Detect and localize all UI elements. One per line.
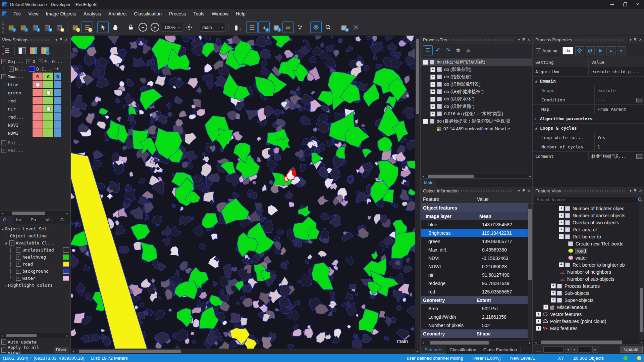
menu-view[interactable]: View <box>25 9 42 19</box>
step-end-button[interactable]: ▸ <box>592 346 598 353</box>
checkbox[interactable]: ✓ <box>1 140 6 145</box>
process-node[interactable]: + 0.016 do (优化1：“水域”类型) <box>421 110 532 118</box>
checkbox[interactable]: ✓ <box>9 240 14 245</box>
show-classification-icon[interactable]: ∞ <box>282 21 294 33</box>
delete-process-icon[interactable] <box>464 46 473 55</box>
select-cursor-icon[interactable] <box>97 21 109 33</box>
scroll-right-arrow[interactable]: ▸ <box>639 341 644 344</box>
open-project-icon[interactable]: ▥◼ <box>54 21 65 33</box>
expand-box-icon[interactable]: + <box>536 326 541 331</box>
zoom-area-icon[interactable] <box>322 21 334 33</box>
image-viewer[interactable]: ◂ ▸ main <box>71 36 420 354</box>
expand-box-icon[interactable]: + <box>559 262 564 267</box>
expand-box-icon[interactable]: + <box>430 67 435 72</box>
close-icon[interactable]: ✕ <box>639 189 642 193</box>
property-row-scope[interactable]: Scope execute <box>533 86 644 95</box>
class-row-road[interactable]: ✓ road <box>0 261 70 268</box>
group-row-algorithm-parameters[interactable]: ▷ Algorithm parameters <box>533 114 644 124</box>
range-min-input[interactable] <box>543 346 564 353</box>
class-color-swatch[interactable] <box>63 247 69 253</box>
tab-point[interactable]: Po... <box>28 216 43 224</box>
scroll-left-arrow[interactable]: ◂ <box>0 334 5 337</box>
feature-node[interactable]: + Process features <box>533 282 639 289</box>
tree-item[interactable]: Object outline <box>0 232 70 239</box>
edit-layer-mixing-icon[interactable]: ☰+✕ <box>2 46 12 56</box>
menu-classification[interactable]: Classification <box>130 9 165 19</box>
expand-box-icon[interactable]: + <box>430 111 435 117</box>
scroll-left-arrow[interactable]: ◂ <box>421 341 426 345</box>
pin-icon[interactable] <box>634 189 637 193</box>
viewer-vertical-scrollbar[interactable] <box>415 36 420 349</box>
toolbar-grip[interactable] <box>2 21 4 33</box>
expand-box-icon[interactable]: + <box>551 283 556 288</box>
feature-node[interactable]: + Sub-objects <box>533 289 639 297</box>
load-ruleset-icon[interactable]: ▤@ <box>69 21 81 33</box>
menu-file[interactable]: File <box>10 9 25 19</box>
feature-node[interactable]: + Rel. area of <box>533 226 639 233</box>
grayscale-view-icon[interactable] <box>17 46 27 56</box>
feature-node[interactable]: + Point features (point cloud) <box>533 318 639 325</box>
chevron-down-icon[interactable]: ▾ <box>630 38 632 42</box>
process-node[interactable]: + do (识别“水体”) <box>421 95 532 103</box>
pin-icon[interactable] <box>522 189 525 193</box>
property-row-loop-while[interactable]: Loop while so... Yes <box>533 133 644 142</box>
domain-settings-gear-icon[interactable] <box>586 46 595 55</box>
layer-row-blue[interactable]: blue <box>0 81 70 89</box>
checkbox[interactable]: ✓ <box>1 59 6 64</box>
auto-name-checkbox[interactable]: ✓ <box>536 48 541 53</box>
pixel-view-toggle-icon[interactable]: ◖i <box>258 21 270 33</box>
draw-tool-icon[interactable] <box>350 21 362 33</box>
class-color-swatch[interactable] <box>63 276 69 281</box>
feature-column-header[interactable]: Feature <box>421 196 474 202</box>
scroll-right-arrow[interactable]: ▸ <box>65 212 70 215</box>
channel-r-header[interactable]: R <box>32 72 43 81</box>
scroll-right-arrow[interactable]: ▸ <box>528 341 532 345</box>
move-up-icon[interactable]: ▲ <box>606 46 615 55</box>
expand-box-icon[interactable]: + <box>551 290 556 296</box>
feature-row[interactable]: nir91.68127490 <box>421 271 528 279</box>
menu-image-objects[interactable]: Image Objects <box>42 9 80 19</box>
breakpoint-checkbox[interactable] <box>430 119 434 124</box>
feature-row[interactable]: blue143.61354582 <box>421 220 528 229</box>
level-status[interactable]: New Level/1 <box>510 356 535 361</box>
point-cloud-row[interactable]: ✓ Poi... <box>0 139 70 146</box>
property-row-comment[interactable]: Comment 林业”枯树“识... .. <box>533 152 644 161</box>
pin-icon[interactable] <box>634 38 637 42</box>
zoom-lock-icon[interactable] <box>125 21 137 33</box>
property-row-map[interactable]: Map From Parent <box>533 105 644 114</box>
pin-icon[interactable] <box>59 38 63 42</box>
group-row-loops-cycles[interactable]: ◢ Loops & cycles <box>533 124 644 133</box>
expand-box-icon[interactable]: + <box>430 97 435 102</box>
checkbox[interactable]: ✓ <box>1 74 6 79</box>
checkbox[interactable]: ✓ <box>26 59 31 64</box>
feature-row[interactable]: Length/Width2.11661358 <box>421 313 528 321</box>
scroll-left-arrow[interactable]: ◂ <box>71 350 75 353</box>
more-button[interactable]: .. <box>636 154 643 159</box>
sample-grid-icon[interactable]: ▦● <box>338 21 350 33</box>
tab-vector[interactable]: Ve... <box>43 216 57 224</box>
radio-selected[interactable] <box>35 82 40 87</box>
feature-row[interactable]: Max. diff.0.43569380 <box>421 245 528 254</box>
new-workspace-icon[interactable]: ▤+ <box>5 21 17 33</box>
zoom-out-icon[interactable]: − <box>137 21 149 33</box>
vector-row[interactable]: ✓ Vec... <box>0 146 70 154</box>
background-color-swatch[interactable] <box>29 66 35 72</box>
process-node[interactable]: − do (林业“枯树”识别系统) <box>421 58 532 66</box>
collapse-box-icon[interactable]: − <box>423 119 428 124</box>
undo-icon[interactable]: ↶ <box>433 46 443 55</box>
tab-image[interactable]: Im... <box>13 216 28 224</box>
horizontal-scrollbar[interactable]: ◂ ▸ <box>421 340 532 345</box>
tree-root[interactable]: ◢ Object Level Set... <box>0 225 70 232</box>
scene-select[interactable]: main ▾ <box>200 23 225 32</box>
group-row-domain[interactable]: ◢ Domain <box>533 77 644 86</box>
breakpoint-checkbox[interactable] <box>437 67 442 72</box>
scroll-left-arrow[interactable]: ◂ <box>533 341 538 344</box>
horizontal-scrollbar[interactable]: ◂ ▸ <box>421 174 532 178</box>
close-icon[interactable]: ✕ <box>527 189 530 193</box>
feature-row[interactable]: NDVI-0.15632463 <box>421 254 528 262</box>
zoom-in-icon[interactable]: + <box>149 21 161 33</box>
breakpoint-checkbox[interactable] <box>430 60 434 64</box>
tab-features[interactable]: Features <box>421 346 446 354</box>
expanded-arrow-icon[interactable]: ◢ <box>0 227 5 231</box>
breakpoint-checkbox[interactable] <box>437 104 442 109</box>
